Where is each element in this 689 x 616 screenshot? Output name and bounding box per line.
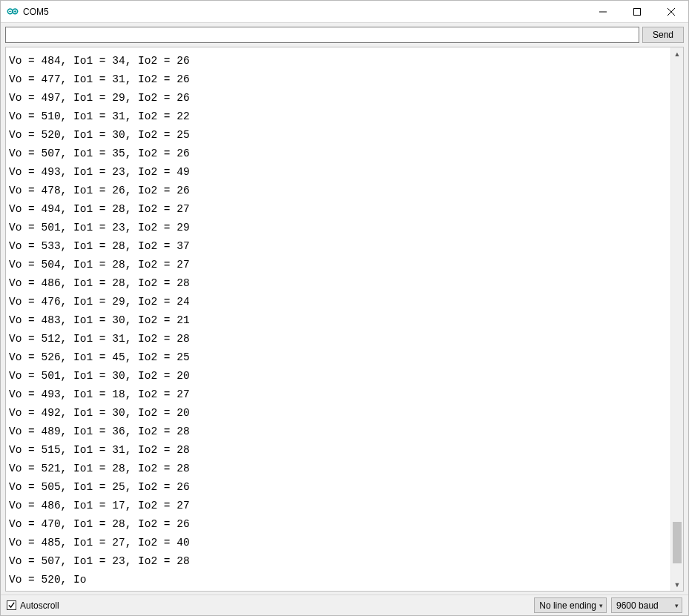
serial-line: Vo = 501, Io1 = 30, Io2 = 20 [9, 367, 667, 385]
maximize-button[interactable] [620, 1, 654, 22]
scrollbar[interactable]: ▲ ▼ [670, 47, 683, 591]
line-ending-value: No line ending [539, 600, 596, 611]
serial-line: Vo = 493, Io1 = 18, Io2 = 27 [9, 385, 667, 404]
send-button[interactable]: Send [642, 27, 684, 43]
serial-line: Vo = 485, Io1 = 27, Io2 = 40 [9, 534, 667, 552]
serial-line: Vo = 507, Io1 = 23, Io2 = 28 [9, 552, 667, 571]
close-button[interactable] [654, 1, 688, 22]
serial-line: Vo = 486, Io1 = 28, Io2 = 28 [9, 274, 667, 293]
serial-line: Vo = 520, Io1 = 28, Io2 = 20 [9, 47, 190, 52]
serial-line: Vo = 477, Io1 = 31, Io2 = 26 [9, 70, 667, 89]
serial-monitor-window: COM5 Send Vo = 520, Io1 = 28, Io2 = 20Vo… [0, 0, 689, 616]
serial-line: Vo = 510, Io1 = 31, Io2 = 22 [9, 107, 667, 126]
scroll-down-icon[interactable]: ▼ [671, 578, 683, 591]
serial-line: Vo = 512, Io1 = 31, Io2 = 28 [9, 330, 667, 348]
serial-line: Vo = 494, Io1 = 28, Io2 = 27 [9, 200, 667, 219]
serial-line: Vo = 497, Io1 = 29, Io2 = 26 [9, 89, 667, 107]
serial-line: Vo = 526, Io1 = 45, Io2 = 25 [9, 348, 667, 367]
window-controls [586, 1, 688, 22]
serial-line: Vo = 493, Io1 = 23, Io2 = 49 [9, 163, 667, 182]
baud-select[interactable]: 9600 baud ▾ [611, 597, 682, 613]
serial-line: Vo = 520, Io [9, 571, 667, 589]
autoscroll-label: Autoscroll [20, 600, 59, 611]
serial-line: Vo = 504, Io1 = 28, Io2 = 27 [9, 256, 667, 274]
serial-line: Vo = 533, Io1 = 28, Io2 = 37 [9, 237, 667, 256]
minimize-button[interactable] [586, 1, 620, 22]
serial-line: Vo = 476, Io1 = 29, Io2 = 24 [9, 293, 667, 311]
serial-line: Vo = 483, Io1 = 30, Io2 = 21 [9, 311, 667, 330]
serial-line: Vo = 520, Io1 = 30, Io2 = 25 [9, 126, 667, 145]
bottom-toolbar: Autoscroll No line ending ▾ 9600 baud ▾ [1, 595, 688, 615]
serial-line: Vo = 470, Io1 = 28, Io2 = 26 [9, 515, 667, 534]
window-title: COM5 [23, 7, 586, 17]
serial-line: Vo = 501, Io1 = 23, Io2 = 29 [9, 219, 667, 237]
serial-line: Vo = 478, Io1 = 26, Io2 = 26 [9, 182, 667, 200]
checkbox-box [7, 600, 16, 610]
serial-input[interactable] [5, 27, 639, 43]
scroll-up-icon[interactable]: ▲ [671, 47, 683, 60]
titlebar: COM5 [1, 1, 688, 23]
serial-line: Vo = 486, Io1 = 17, Io2 = 27 [9, 497, 667, 515]
output-panel: Vo = 520, Io1 = 28, Io2 = 20Vo = 484, Io… [5, 47, 684, 592]
serial-output[interactable]: Vo = 520, Io1 = 28, Io2 = 20Vo = 484, Io… [6, 47, 670, 591]
svg-rect-6 [634, 8, 641, 15]
chevron-down-icon: ▾ [599, 602, 603, 609]
serial-line: Vo = 507, Io1 = 35, Io2 = 26 [9, 145, 667, 163]
scroll-thumb[interactable] [673, 522, 682, 563]
serial-line: Vo = 521, Io1 = 28, Io2 = 28 [9, 460, 667, 478]
serial-line: Vo = 489, Io1 = 36, Io2 = 28 [9, 423, 667, 441]
serial-line: Vo = 492, Io1 = 30, Io2 = 20 [9, 404, 667, 423]
serial-line: Vo = 515, Io1 = 31, Io2 = 28 [9, 441, 667, 460]
send-row: Send [1, 23, 688, 47]
serial-line: Vo = 505, Io1 = 25, Io2 = 26 [9, 478, 667, 497]
serial-line: Vo = 484, Io1 = 34, Io2 = 26 [9, 52, 667, 70]
arduino-icon [7, 6, 19, 18]
baud-value: 9600 baud [616, 600, 659, 611]
autoscroll-checkbox[interactable]: Autoscroll [7, 600, 59, 611]
line-ending-select[interactable]: No line ending ▾ [534, 597, 607, 613]
chevron-down-icon: ▾ [675, 602, 679, 609]
